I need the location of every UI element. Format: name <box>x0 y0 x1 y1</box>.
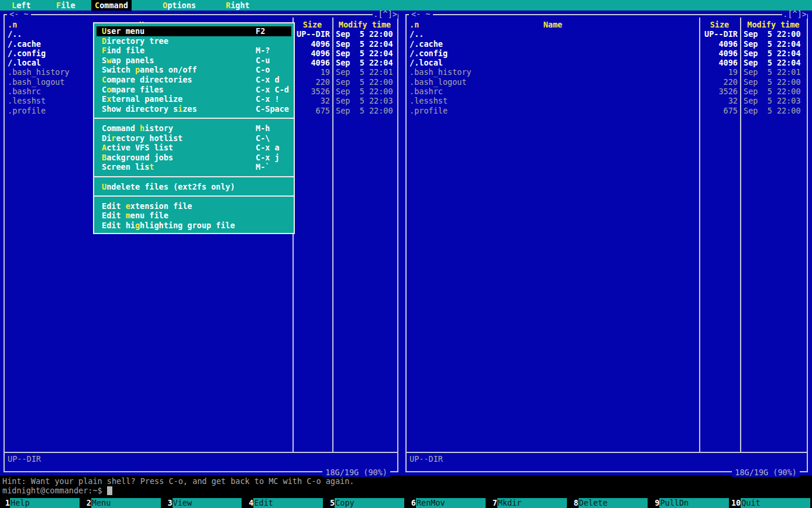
fkey-number: 2 <box>81 496 91 508</box>
fkey-number: 6 <box>406 496 416 508</box>
menu-item-external-panelize[interactable]: External panelizeC-x ! <box>94 94 294 104</box>
file-row[interactable]: .profile675Sep 5 22:00 <box>407 106 807 115</box>
panel-left-path[interactable]: <- ~ <box>7 9 31 19</box>
menu-bar: LeftFileCommandOptionsRight <box>0 0 812 11</box>
file-size: 220 <box>294 77 330 87</box>
fkey-quit[interactable]: 10Quit <box>731 496 812 508</box>
menu-item-shortcut: C-u <box>256 56 270 66</box>
main-area: <- ~ .[^]> .nNameSizeModify time/..UP--D… <box>0 11 812 475</box>
menubar-item-right[interactable]: Right <box>222 0 253 11</box>
file-mtime: Sep 5 22:03 <box>336 96 393 105</box>
file-size: UP--DIR <box>700 29 738 39</box>
fkey-number: 1 <box>0 496 10 508</box>
file-name: /.. <box>410 29 424 39</box>
hotkey-letter: g <box>135 221 140 230</box>
menu-item-switch-panels-on-off[interactable]: Switch panels on/offC-o <box>94 65 294 75</box>
hotkey-letter: L <box>12 1 16 10</box>
fkey-mkdir[interactable]: 7Mkdir <box>487 496 569 508</box>
menu-item-edit-extension-file[interactable]: Edit extension file <box>94 201 294 211</box>
file-size: 19 <box>700 67 738 77</box>
menu-item-active-vfs-list[interactable]: Active VFS listC-x a <box>94 143 294 153</box>
panel-left-updir-button[interactable]: .[^]> <box>373 9 398 19</box>
hotkey-letter: C <box>95 1 99 10</box>
menubar-item-left[interactable]: Left <box>8 0 35 11</box>
menu-item-undelete-files-ext2fs-only[interactable]: Undelete files (ext2fs only) <box>94 182 294 192</box>
fkey-edit[interactable]: 4Edit <box>243 496 325 508</box>
column-header-mtime[interactable]: Modify time <box>332 20 397 29</box>
menu-item-shortcut: M-? <box>256 46 270 56</box>
file-name: .bashrc <box>8 87 41 96</box>
menu-item-user-menu[interactable]: User menuF2 <box>97 26 291 36</box>
fkey-label: Mkdir <box>497 498 567 508</box>
panel-left-free-space: 18G/19G (90%) <box>322 468 390 477</box>
file-row[interactable]: /.cache4096Sep 5 22:04 <box>407 39 807 49</box>
menubar-item-options[interactable]: Options <box>159 0 199 11</box>
file-row[interactable]: .bash_logout220Sep 5 22:00 <box>407 77 807 87</box>
hotkey-letter: C <box>102 75 106 84</box>
file-name: /.cache <box>8 39 41 49</box>
menu-item-compare-files[interactable]: Compare filesC-x C-d <box>94 85 294 95</box>
panel-right-updir-button[interactable]: .[^]> <box>782 9 807 19</box>
hotkey-letter: U <box>102 182 106 191</box>
column-header-name[interactable]: Name <box>407 20 699 29</box>
menubar-item-file[interactable]: File <box>53 0 79 11</box>
menu-item-shortcut: M-h <box>256 123 270 133</box>
menu-item-screen-list[interactable]: Screen listM-` <box>94 162 294 172</box>
column-header-size[interactable]: Size <box>293 20 332 29</box>
command-prompt-line[interactable]: midnight@commander:~$ <box>2 486 112 495</box>
file-size: 19 <box>294 67 330 77</box>
menu-item-directory-hotlist[interactable]: Directory hotlistC-\ <box>94 133 294 143</box>
fkey-renmov[interactable]: 6RenMov <box>406 496 487 508</box>
text-cursor <box>107 486 112 495</box>
fkey-delete[interactable]: 8Delete <box>569 496 650 508</box>
file-row[interactable]: .bash_history19Sep 5 22:01 <box>407 67 807 77</box>
file-size: 675 <box>700 106 738 115</box>
file-size: 32 <box>700 96 738 105</box>
column-header-mtime[interactable]: Modify time <box>740 20 807 29</box>
column-header-size[interactable]: Size <box>699 20 740 29</box>
fkey-help[interactable]: 1Help <box>0 496 81 508</box>
menu-item-find-file[interactable]: Find fileM-? <box>94 46 294 56</box>
file-size: 4096 <box>294 39 330 49</box>
file-mtime: Sep 5 22:00 <box>744 106 801 115</box>
menu-item-background-jobs[interactable]: Background jobsC-x j <box>94 153 294 163</box>
menubar-item-command[interactable]: Command <box>91 0 132 11</box>
menu-item-shortcut: C-x a <box>256 143 280 153</box>
file-row[interactable]: /.local4096Sep 5 22:04 <box>407 58 807 67</box>
file-name: .bash_logout <box>410 77 467 87</box>
menu-separator <box>94 191 294 201</box>
file-row[interactable]: .bashrc3526Sep 5 22:00 <box>407 87 807 96</box>
fkey-pulldn[interactable]: 9PullDn <box>649 496 731 508</box>
menu-item-command-history[interactable]: Command historyM-h <box>94 123 294 133</box>
menu-item-compare-directories[interactable]: Compare directoriesC-x d <box>94 75 294 85</box>
menu-item-swap-panels[interactable]: Swap panelsC-u <box>94 56 294 66</box>
hotkey-letter: U <box>102 26 106 36</box>
file-size: 4096 <box>700 58 738 67</box>
panel-right-path[interactable]: <- ~ <box>409 9 433 19</box>
fkey-copy[interactable]: 5Copy <box>325 496 406 508</box>
menu-item-shortcut: C-x d <box>256 75 280 85</box>
fkey-menu[interactable]: 2Menu <box>81 496 163 508</box>
file-row[interactable]: /..UP--DIRSep 5 22:00 <box>407 29 807 39</box>
file-size: 4096 <box>294 58 330 67</box>
panel-left-mini-status: UP--DIR <box>8 454 41 464</box>
menu-item-directory-tree[interactable]: Directory tree <box>94 36 294 46</box>
file-row[interactable]: /.config4096Sep 5 22:04 <box>407 49 807 58</box>
file-name: /.config <box>410 49 448 58</box>
menu-item-edit-menu-file[interactable]: Edit menu file <box>94 211 294 221</box>
fkey-label: Menu <box>91 498 161 508</box>
file-name: .lesshst <box>8 96 46 105</box>
file-size: UP--DIR <box>294 29 330 39</box>
fkey-number: 4 <box>243 496 253 508</box>
menu-item-edit-highlighting-group-file[interactable]: Edit highlighting group file <box>94 221 294 231</box>
fkey-label: View <box>173 498 242 508</box>
file-name: .profile <box>410 106 448 115</box>
file-row[interactable]: .lesshst32Sep 5 22:03 <box>407 96 807 105</box>
fkey-view[interactable]: 3View <box>163 496 244 508</box>
menu-item-shortcut: C-\ <box>256 133 270 143</box>
file-mtime: Sep 5 22:00 <box>744 29 801 39</box>
file-list-right: .nNameSizeModify time/..UP--DIRSep 5 22:… <box>407 20 807 115</box>
menu-item-show-directory-sizes[interactable]: Show directory sizesC-Space <box>94 104 294 114</box>
function-key-bar: 1Help2Menu3View4Edit5Copy6RenMov7Mkdir8D… <box>0 496 812 508</box>
file-size: 220 <box>700 77 738 87</box>
